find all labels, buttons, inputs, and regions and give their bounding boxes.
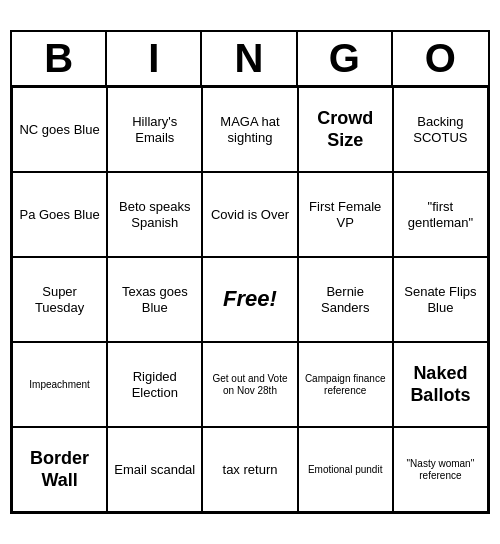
bingo-cell-3: Crowd Size: [298, 87, 393, 172]
bingo-cell-13: Bernie Sanders: [298, 257, 393, 342]
bingo-cell-17: Get out and Vote on Nov 28th: [202, 342, 297, 427]
bingo-cell-10: Super Tuesday: [12, 257, 107, 342]
bingo-cell-15: Impeachment: [12, 342, 107, 427]
bingo-cell-4: Backing SCOTUS: [393, 87, 488, 172]
bingo-card: BINGO NC goes BlueHillary's EmailsMAGA h…: [10, 30, 490, 514]
bingo-letter-g: G: [298, 32, 393, 85]
bingo-cell-18: Campaign finance reference: [298, 342, 393, 427]
bingo-letter-i: I: [107, 32, 202, 85]
bingo-cell-14: Senate Flips Blue: [393, 257, 488, 342]
bingo-cell-24: "Nasty woman" reference: [393, 427, 488, 512]
bingo-cell-6: Beto speaks Spanish: [107, 172, 202, 257]
bingo-letter-b: B: [12, 32, 107, 85]
bingo-cell-2: MAGA hat sighting: [202, 87, 297, 172]
bingo-cell-23: Emotional pundit: [298, 427, 393, 512]
bingo-cell-5: Pa Goes Blue: [12, 172, 107, 257]
bingo-cell-9: "first gentleman": [393, 172, 488, 257]
bingo-cell-21: Email scandal: [107, 427, 202, 512]
bingo-letter-o: O: [393, 32, 488, 85]
bingo-cell-8: First Female VP: [298, 172, 393, 257]
bingo-cell-1: Hillary's Emails: [107, 87, 202, 172]
bingo-cell-11: Texas goes Blue: [107, 257, 202, 342]
bingo-cell-16: Rigided Election: [107, 342, 202, 427]
bingo-cell-7: Covid is Over: [202, 172, 297, 257]
bingo-cell-0: NC goes Blue: [12, 87, 107, 172]
bingo-grid: NC goes BlueHillary's EmailsMAGA hat sig…: [12, 87, 488, 512]
bingo-cell-19: Naked Ballots: [393, 342, 488, 427]
bingo-cell-12: Free!: [202, 257, 297, 342]
bingo-letter-n: N: [202, 32, 297, 85]
bingo-cell-22: tax return: [202, 427, 297, 512]
bingo-header: BINGO: [12, 32, 488, 87]
bingo-cell-20: Border Wall: [12, 427, 107, 512]
